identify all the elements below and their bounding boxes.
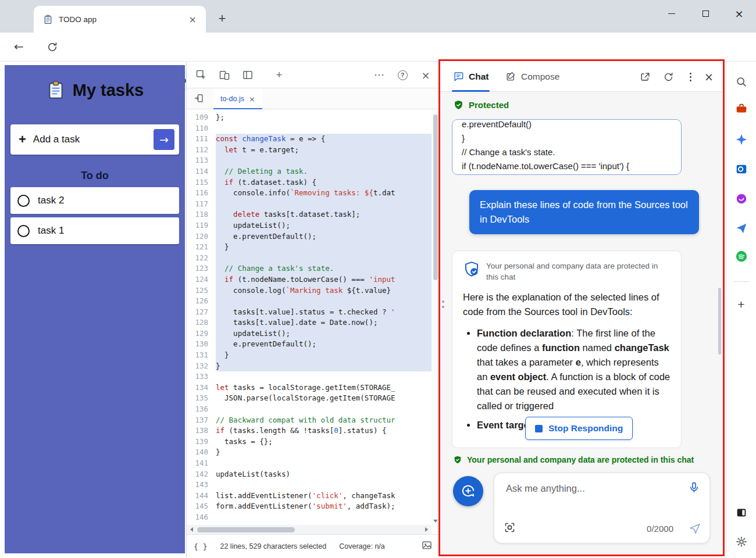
line-number[interactable]: 126 <box>187 296 216 307</box>
dock-panel-icon[interactable] <box>241 69 254 81</box>
code-line[interactable]: 130 e.preventDefault(); <box>187 339 432 350</box>
code-line[interactable]: 143 <box>187 480 432 491</box>
more-options-icon[interactable]: ⋯ <box>373 69 386 81</box>
line-number[interactable]: 135 <box>187 393 216 404</box>
submit-task-button[interactable]: → <box>154 129 174 150</box>
line-number[interactable]: 132 <box>187 361 216 372</box>
line-number[interactable]: 144 <box>187 491 216 502</box>
code-line[interactable]: 109}; <box>187 112 432 123</box>
add-tab-icon[interactable]: + <box>273 69 286 81</box>
vertical-scrollbar-thumb[interactable] <box>433 115 438 280</box>
line-number[interactable]: 110 <box>187 123 216 134</box>
tab-compose[interactable]: Compose <box>505 61 559 92</box>
code-line[interactable]: 116 console.info(`Removing tasks: ${t.da… <box>187 188 432 199</box>
line-number[interactable]: 143 <box>187 480 216 491</box>
chat-input-card[interactable]: 0/2000 <box>494 473 710 543</box>
horizontal-scrollbar-thumb[interactable] <box>197 527 295 532</box>
code-line[interactable]: 113 <box>187 155 432 166</box>
scroll-left-icon[interactable] <box>190 527 193 532</box>
back-icon[interactable]: ← <box>14 40 24 53</box>
close-copilot-icon[interactable]: × <box>702 70 716 84</box>
task-item[interactable]: task 2 <box>10 187 179 214</box>
code-line[interactable]: 144list.addEventListener('click', change… <box>187 491 432 502</box>
settings-gear-icon[interactable] <box>733 534 750 550</box>
code-line[interactable]: 137// Backward compat with old data stru… <box>187 415 432 426</box>
open-in-window-icon[interactable] <box>638 70 652 84</box>
code-line[interactable]: 121 } <box>187 242 432 253</box>
code-line[interactable]: 111const changeTask = e => { <box>187 134 432 145</box>
line-number[interactable]: 145 <box>187 501 216 512</box>
code-line[interactable]: 127 tasks[t.value].status = t.checked ? … <box>187 307 432 318</box>
new-tab-button[interactable]: + <box>214 10 230 27</box>
line-number[interactable]: 133 <box>187 371 216 382</box>
code-line[interactable]: 134let tasks = localStorage.getItem(STOR… <box>187 382 432 394</box>
line-number[interactable]: 124 <box>187 274 216 285</box>
task-checkbox[interactable] <box>17 225 30 237</box>
show-navigator-icon[interactable] <box>194 93 204 106</box>
line-number[interactable]: 142 <box>187 469 216 480</box>
add-task-field[interactable]: + Add a task → <box>10 124 179 155</box>
line-number[interactable]: 130 <box>187 339 216 350</box>
code-line[interactable]: 119 updateList(); <box>187 220 432 231</box>
code-line[interactable]: 124 if (t.nodeName.toLowerCase() === 'in… <box>187 274 432 285</box>
device-toolbar-icon[interactable] <box>218 69 231 81</box>
code-line[interactable]: 125 console.log(`Marking task ${t.value} <box>187 285 432 296</box>
line-number[interactable]: 146 <box>187 512 216 523</box>
vertical-scrollbar[interactable] <box>432 110 440 525</box>
line-number[interactable]: 122 <box>187 253 216 264</box>
line-number[interactable]: 141 <box>187 458 216 469</box>
file-tab-label[interactable]: to-do.js <box>220 95 244 103</box>
line-number[interactable]: 138 <box>187 425 216 437</box>
line-number[interactable]: 111 <box>187 134 216 145</box>
code-line[interactable]: 140} <box>187 447 432 458</box>
code-line[interactable]: 129 updateList(); <box>187 328 432 339</box>
file-tab[interactable]: to-do.js × <box>213 88 262 109</box>
code-line[interactable]: 139 tasks = {}; <box>187 437 432 448</box>
add-sidebar-app-icon[interactable]: + <box>733 296 750 313</box>
inspect-element-icon[interactable] <box>195 69 208 81</box>
code-line[interactable]: 122 <box>187 253 432 264</box>
line-number[interactable]: 118 <box>187 209 216 220</box>
line-number[interactable]: 123 <box>187 263 216 274</box>
code-line[interactable]: 115 if (t.dataset.task) { <box>187 177 432 188</box>
code-line[interactable]: 146 <box>187 512 432 523</box>
line-number[interactable]: 119 <box>187 220 216 231</box>
code-line[interactable]: 131 } <box>187 350 432 361</box>
pretty-print-icon[interactable]: { } <box>194 542 207 551</box>
file-tab-close-icon[interactable]: × <box>249 95 255 103</box>
task-checkbox[interactable] <box>17 195 30 207</box>
line-number[interactable]: 137 <box>187 415 216 426</box>
code-line[interactable]: 118 delete tasks[t.dataset.task]; <box>187 209 432 220</box>
line-number[interactable]: 121 <box>187 242 216 253</box>
code-line[interactable]: 123 // Change a task's state. <box>187 263 432 274</box>
line-number[interactable]: 125 <box>187 285 216 296</box>
more-menu-icon[interactable] <box>683 70 697 84</box>
search-icon[interactable] <box>733 74 750 90</box>
code-line[interactable]: 120 e.preventDefault(); <box>187 231 432 242</box>
line-number[interactable]: 116 <box>187 188 216 199</box>
code-line[interactable]: 136 <box>187 404 432 415</box>
code-line[interactable]: 128 tasks[t.value].date = Date.now(); <box>187 317 432 328</box>
resize-handle[interactable] <box>442 301 444 308</box>
sidebar-panel-icon[interactable] <box>733 505 750 521</box>
line-number[interactable]: 136 <box>187 404 216 415</box>
code-editor[interactable]: 109};110111const changeTask = e => {112 … <box>187 110 432 525</box>
code-line[interactable]: 145form.addEventListener('submit', addTa… <box>187 501 432 512</box>
line-number[interactable]: 129 <box>187 328 216 339</box>
screenshot-capture-icon[interactable] <box>504 521 516 536</box>
maximize-button[interactable] <box>689 0 722 27</box>
chat-input[interactable] <box>505 482 668 495</box>
line-number[interactable]: 120 <box>187 231 216 242</box>
browser-tab[interactable]: TODO app × <box>34 6 206 33</box>
send-icon[interactable] <box>689 522 701 537</box>
add-task-label[interactable]: Add a task <box>33 134 154 145</box>
code-line[interactable]: 132} <box>187 361 432 372</box>
code-line[interactable]: 141 <box>187 458 432 469</box>
minimize-button[interactable] <box>655 0 689 27</box>
tab-close-icon[interactable]: × <box>187 14 199 25</box>
task-item[interactable]: task 1 <box>10 217 179 244</box>
line-number[interactable]: 117 <box>187 199 216 210</box>
code-line[interactable]: 142updateList(tasks) <box>187 469 432 480</box>
close-devtools-icon[interactable]: × <box>419 69 432 81</box>
spotify-icon[interactable] <box>733 248 750 264</box>
